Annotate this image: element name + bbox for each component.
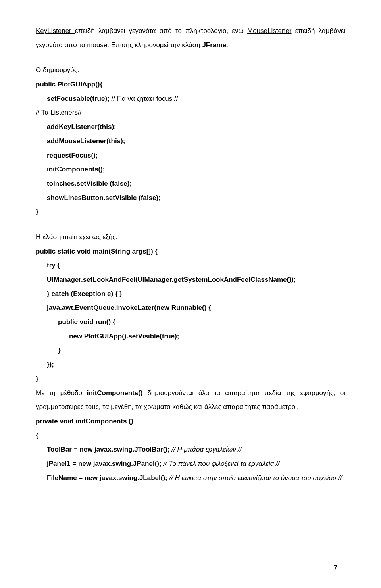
code-line: try { bbox=[36, 258, 345, 273]
code: ToolBar = new javax.swing.JToolBar(); bbox=[47, 446, 170, 453]
code-line: } catch (Exception e) { } bbox=[36, 287, 345, 301]
code-line: setFocusable(true); // Για να ζητάει foc… bbox=[36, 92, 345, 106]
code-line: private void initComponents () bbox=[36, 414, 345, 429]
code-line: showLinesButton.setVisible (false); bbox=[36, 191, 345, 205]
text: Με τη μέθοδο bbox=[36, 389, 87, 397]
code-line: FileName = new javax.swing.JLabel(); // … bbox=[36, 471, 345, 485]
intro-paragraph: KeyListener επειδή λαμβάνει γεγονότα από… bbox=[36, 24, 345, 52]
code-line: public static void main(String args[]) { bbox=[36, 244, 345, 259]
code-line: requestFocus(); bbox=[36, 148, 345, 163]
mouselistener-link: MouseListener bbox=[247, 27, 292, 35]
code-line: public PlotGUIApp(){ bbox=[36, 77, 345, 92]
code-line: java.awt.EventQueue.invokeLater(new Runn… bbox=[36, 301, 345, 315]
page: KeyListener επειδή λαμβάνει γεγονότα από… bbox=[0, 0, 381, 588]
code-line: } bbox=[36, 205, 345, 219]
jframe-class: JFrame. bbox=[202, 41, 228, 49]
code: setFocusable(true); bbox=[47, 95, 110, 102]
comment: // Η ετικέτα στην οποία εμφανίζεται το ό… bbox=[167, 474, 342, 482]
comment: // Η μπάρα εργαλείων // bbox=[170, 446, 242, 453]
main-intro: Η κλάση main έχει ως εξής: bbox=[36, 230, 345, 244]
method-name: initComponents() bbox=[87, 389, 143, 397]
constructor-section: Ο δημιουργός: public PlotGUIApp(){ setFo… bbox=[36, 63, 345, 219]
main-section: Η κλάση main έχει ως εξής: public static… bbox=[36, 230, 345, 485]
text: επειδή λαμβάνει γεγονότα από το πληκτρολ… bbox=[75, 27, 247, 35]
after-main-paragraph: Με τη μέθοδο initComponents() δημιουργού… bbox=[36, 386, 345, 414]
keylistener-link: KeyListener bbox=[36, 27, 75, 35]
code-line: public void run() { bbox=[36, 315, 345, 329]
code-line: jPanel1 = new javax.swing.JPanel(); // Τ… bbox=[36, 457, 345, 471]
code-line: addKeyListener(this); bbox=[36, 120, 345, 134]
code-line: addMouseListener(this); bbox=[36, 134, 345, 148]
code: jPanel1 = new javax.swing.JPanel(); bbox=[47, 460, 162, 467]
comment: // Για να ζητάει focus // bbox=[110, 95, 178, 102]
constructor-intro: Ο δημιουργός: bbox=[36, 63, 345, 77]
code-line: // Τα Listeners// bbox=[36, 106, 345, 120]
page-number: 7 bbox=[334, 564, 337, 572]
code-line: } bbox=[36, 372, 345, 386]
code-line: ToolBar = new javax.swing.JToolBar(); //… bbox=[36, 442, 345, 457]
code-line: initComponents(); bbox=[36, 162, 345, 177]
comment: // Το πάνελ που φιλοξενεί τα εργαλεία // bbox=[162, 460, 280, 467]
code-line: new PlotGUIApp().setVisible(true); bbox=[36, 329, 345, 344]
code-line: { bbox=[36, 429, 345, 443]
code-line: }); bbox=[36, 357, 345, 372]
code-line: } bbox=[36, 343, 345, 357]
code-line: toInches.setVisible (false); bbox=[36, 177, 345, 191]
code-line: UIManager.setLookAndFeel(UIManager.getSy… bbox=[36, 273, 345, 287]
code: FileName = new javax.swing.JLabel(); bbox=[47, 474, 167, 482]
